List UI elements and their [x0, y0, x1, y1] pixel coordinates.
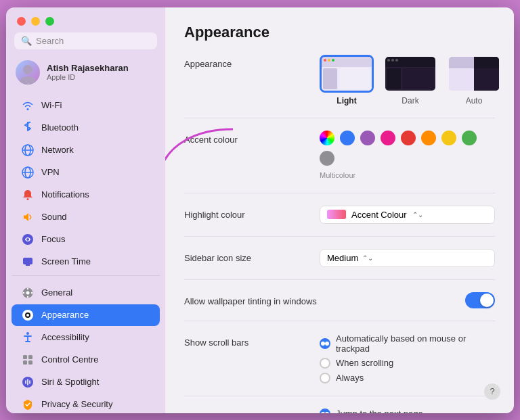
general-icon	[21, 286, 35, 300]
svg-rect-23	[28, 355, 32, 359]
sidebar-item-vpn[interactable]: VPN	[12, 162, 160, 183]
sidebar-item-accessibility[interactable]: Accessibility	[12, 327, 160, 348]
appearance-label: Appearance	[184, 55, 320, 69]
sidebar-icon-size-label: Sidebar icon size	[184, 249, 320, 263]
accent-colours	[320, 131, 495, 166]
scroll-bars-options: Automatically based on mouse or trackpad…	[320, 333, 495, 383]
appearance-option-dark[interactable]: Dark	[383, 55, 437, 106]
help-button[interactable]: ?	[484, 383, 500, 400]
appearance-options: Light	[320, 55, 501, 106]
sidebar-item-wifi[interactable]: Wi-Fi	[12, 95, 160, 116]
sidebar-item-label: General	[41, 287, 72, 298]
page-title: Appearance	[184, 24, 495, 41]
scroll-bar-click-options: Jump to the next page Jump to the spot t…	[320, 409, 495, 413]
appearance-thumb-light	[320, 55, 374, 93]
minimize-button[interactable]	[31, 17, 40, 26]
sidebar-item-bluetooth[interactable]: Bluetooth	[12, 117, 160, 139]
accent-colour-red[interactable]	[401, 131, 416, 145]
appearance-option-light-label: Light	[337, 96, 356, 106]
accent-colour-label: Accent colour	[184, 131, 320, 145]
scroll-bars-scrolling-radio[interactable]	[320, 358, 330, 369]
screen-time-icon	[21, 255, 35, 269]
sidebar-item-label: Siri & Spotlight	[41, 377, 99, 387]
sidebar-item-general[interactable]: General	[12, 282, 160, 304]
maximize-button[interactable]	[45, 17, 54, 26]
svg-point-17	[31, 291, 32, 293]
sidebar-item-siri[interactable]: Siri & Spotlight	[12, 371, 160, 393]
sidebar-item-label: Network	[41, 145, 74, 155]
sidebar-item-privacy[interactable]: Privacy & Security	[12, 394, 160, 413]
svg-point-9	[26, 238, 29, 241]
sidebar-item-label: Control Centre	[41, 354, 99, 365]
sidebar-list: Wi-Fi Bluetooth	[6, 91, 165, 413]
accent-colour-green[interactable]	[462, 131, 477, 145]
svg-point-20	[26, 314, 29, 317]
wallpaper-tinting-toggle[interactable]	[465, 292, 495, 308]
svg-rect-22	[23, 355, 27, 359]
highlight-colour-control[interactable]: Accent Colour ⌃⌄	[320, 206, 495, 224]
close-button[interactable]	[17, 17, 26, 26]
user-profile[interactable]: Atish Rajasekharan Apple ID	[6, 56, 165, 91]
highlight-colour-value: Accent Colour	[351, 210, 407, 220]
sidebar-item-sound[interactable]: Sound	[12, 206, 160, 228]
scroll-bar-click-section: Click in the scroll bar to Jump to the n…	[184, 409, 495, 413]
svg-rect-25	[28, 360, 32, 365]
accent-colour-graphite[interactable]	[320, 151, 334, 166]
appearance-option-auto[interactable]: Auto	[447, 55, 501, 106]
svg-point-0	[23, 65, 32, 74]
appearance-thumb-dark	[383, 55, 437, 93]
scroll-bars-auto-radio[interactable]	[320, 338, 330, 349]
scroll-click-next-page-radio[interactable]	[320, 409, 330, 413]
sidebar-item-label: Privacy & Security	[41, 399, 112, 409]
sidebar-item-label: Focus	[41, 234, 65, 244]
svg-point-14	[27, 287, 28, 289]
appearance-control: Light	[320, 55, 501, 106]
sidebar-item-control-centre[interactable]: Control Centre	[12, 349, 160, 371]
highlight-colour-dropdown[interactable]: Accent Colour ⌃⌄	[320, 206, 495, 224]
settings-window: 🔍 Search Atish Rajasekharan Apple ID	[6, 7, 514, 413]
scroll-bars-scrolling-label: When scrolling	[336, 358, 393, 368]
appearance-option-auto-label: Auto	[466, 96, 483, 106]
sidebar-icon-size-dropdown[interactable]: Medium ⌃⌄	[320, 249, 495, 267]
scroll-bars-control: Automatically based on mouse or trackpad…	[320, 333, 495, 383]
accessibility-icon	[21, 331, 35, 344]
sidebar-item-label: VPN	[41, 167, 60, 177]
control-centre-icon	[21, 353, 35, 367]
bluetooth-icon	[21, 121, 35, 135]
sidebar: 🔍 Search Atish Rajasekharan Apple ID	[6, 7, 165, 413]
accent-colour-blue[interactable]	[340, 131, 355, 145]
accent-colour-orange[interactable]	[421, 131, 436, 145]
scroll-bars-auto-option[interactable]: Automatically based on mouse or trackpad	[320, 333, 495, 354]
sidebar-item-network[interactable]: Network	[12, 139, 160, 161]
highlight-dropdown-arrow: ⌃⌄	[412, 211, 423, 218]
accent-colour-yellow[interactable]	[441, 131, 456, 145]
svg-point-16	[23, 291, 24, 293]
scroll-bars-scrolling-option[interactable]: When scrolling	[320, 358, 495, 369]
sidebar-item-notifications[interactable]: Notifications	[12, 184, 160, 206]
sidebar-icon-size-control: Medium ⌃⌄	[320, 249, 495, 267]
search-bar[interactable]: 🔍 Search	[14, 32, 157, 49]
scroll-bars-always-radio[interactable]	[320, 373, 330, 383]
svg-point-21	[26, 332, 29, 335]
accent-colour-multicolour[interactable]	[320, 131, 334, 145]
accent-colour-pink[interactable]	[381, 131, 395, 145]
siri-icon	[21, 375, 35, 389]
wallpaper-tinting-section: Allow wallpaper tinting in windows	[184, 292, 495, 321]
accent-sublabel-row: Multicolour	[320, 168, 495, 181]
scroll-bars-always-label: Always	[336, 373, 364, 383]
accent-colour-purple[interactable]	[360, 131, 375, 145]
sidebar-item-screen-time[interactable]: Screen Time	[12, 251, 160, 273]
user-name: Atish Rajasekharan	[47, 63, 129, 73]
scroll-bar-click-label: Click in the scroll bar to	[184, 409, 320, 413]
svg-point-8	[27, 198, 29, 200]
size-dropdown-arrow: ⌃⌄	[362, 254, 373, 262]
appearance-option-light[interactable]: Light	[320, 55, 374, 106]
appearance-option-dark-label: Dark	[402, 96, 418, 106]
accent-sublabel: Multicolour	[320, 171, 355, 179]
sidebar-icon-size-section: Sidebar icon size Medium ⌃⌄	[184, 249, 495, 280]
scroll-bars-always-option[interactable]: Always	[320, 373, 495, 383]
sidebar-item-focus[interactable]: Focus	[12, 229, 160, 250]
sidebar-item-appearance[interactable]: Appearance	[12, 304, 160, 326]
scroll-click-next-page-option[interactable]: Jump to the next page	[320, 409, 495, 413]
network-icon	[21, 143, 35, 157]
